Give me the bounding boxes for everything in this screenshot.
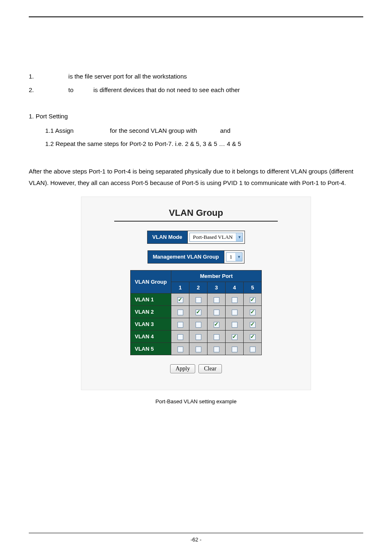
member-cell [208,318,226,330]
setup-line-1-lead: 1.1 Assign [45,127,74,134]
member-cell [244,330,262,342]
member-cell [226,318,244,330]
line-1-text: is the file server port for all the work… [68,73,187,80]
line-1-number: 1. [29,71,42,83]
member-checkbox[interactable] [214,297,219,303]
line-2-text: is different devices that do not need to… [93,86,240,93]
member-checkbox[interactable] [178,334,183,340]
member-cell [171,318,189,330]
member-checkbox[interactable] [214,334,219,340]
vlan-mode-row: VLAN Mode Port-Based VLAN ▼ [147,231,245,244]
member-cell [171,342,189,355]
member-cell [171,330,189,342]
member-cell [189,293,208,305]
member-checkbox[interactable] [178,310,183,315]
member-checkbox[interactable] [214,322,219,328]
setup-line-1-tail: and [220,127,231,134]
clear-button[interactable]: Clear [198,364,221,373]
row-header: VLAN 2 [131,305,171,318]
member-checkbox[interactable] [214,310,219,315]
chevron-down-icon: ▼ [235,253,242,261]
table-row: VLAN 4 [131,330,262,342]
setup-line-2: 1.2 Repeat the same steps for Port-2 to … [29,138,363,150]
member-checkbox[interactable] [250,322,256,328]
member-checkbox[interactable] [196,334,201,340]
setup-heading: 1. Port Setting [29,111,363,123]
setup-line-1: 1.1 Assign for the second VLAN group wit… [29,125,363,137]
member-cell [208,305,226,318]
member-cell [189,318,208,330]
member-checkbox[interactable] [178,297,183,303]
line-1: 1. is the file server port for all the w… [29,71,363,83]
footer-rule [29,533,363,533]
member-cell [171,293,189,305]
member-cell [189,305,208,318]
mgmt-vlan-select[interactable]: 1 ▼ [226,252,243,261]
member-checkbox[interactable] [196,322,201,328]
table-row: VLAN 5 [131,342,262,355]
line-2: 2. to is different devices that do not n… [29,84,363,96]
col-header-member: Member Port [171,270,262,282]
mgmt-vlan-label: Management VLAN Group [148,250,224,263]
member-checkbox[interactable] [250,297,256,303]
row-header: VLAN 5 [131,342,171,355]
top-rule [29,16,363,17]
table-row: VLAN 3 [131,318,262,330]
member-cell [171,305,189,318]
page-number: -62 - [191,536,202,543]
member-checkbox[interactable] [232,334,238,340]
member-checkbox[interactable] [178,347,183,352]
line-2-mid: to [68,86,74,93]
row-header: VLAN 1 [131,293,171,305]
member-checkbox[interactable] [196,310,201,315]
member-cell [226,293,244,305]
member-cell [226,305,244,318]
member-cell [226,330,244,342]
member-checkbox[interactable] [250,334,256,340]
paragraph: After the above steps Port-1 to Port-4 i… [29,166,363,189]
apply-button[interactable]: Apply [170,364,195,373]
col-header-port: 1 [171,282,189,293]
vlan-group-panel: VLAN Group VLAN Mode Port-Based VLAN ▼ M… [81,197,311,390]
member-checkbox[interactable] [178,322,183,328]
member-checkbox[interactable] [232,297,238,303]
member-cell [244,342,262,355]
member-cell [244,293,262,305]
member-cell [208,342,226,355]
member-cell [208,293,226,305]
member-cell [226,342,244,355]
member-checkbox[interactable] [196,347,201,352]
col-header-port: 3 [208,282,226,293]
member-checkbox[interactable] [232,310,238,315]
col-header-port: 4 [226,282,244,293]
col-header-port: 2 [189,282,208,293]
member-checkbox[interactable] [250,310,256,315]
table-row: VLAN 2 [131,305,262,318]
vlan-mode-label: VLAN Mode [147,231,187,243]
panel-title: VLAN Group [114,208,278,222]
vlan-member-table: VLAN Group Member Port 12345 VLAN 1VLAN … [130,270,262,355]
body-text-block: 1. is the file server port for all the w… [29,71,363,189]
member-cell [189,342,208,355]
member-checkbox[interactable] [232,322,238,328]
figure-caption: Port-Based VLAN setting example [29,398,363,405]
mgmt-vlan-row: Management VLAN Group 1 ▼ [148,250,245,264]
vlan-mode-select[interactable]: Port-Based VLAN ▼ [189,233,243,242]
member-cell [244,318,262,330]
col-header-port: 5 [244,282,262,293]
col-header-group: VLAN Group [131,270,171,293]
page-footer: -62 - [0,533,392,543]
member-checkbox[interactable] [196,297,201,303]
setup-line-1-mid: for the second VLAN group with [110,127,197,134]
line-2-number: 2. [29,84,42,96]
member-checkbox[interactable] [250,347,256,352]
member-checkbox[interactable] [232,347,238,352]
mgmt-vlan-value: 1 [226,254,236,260]
table-row: VLAN 1 [131,293,262,305]
member-cell [189,330,208,342]
member-checkbox[interactable] [214,347,219,352]
member-cell [244,305,262,318]
button-row: Apply Clear [90,364,302,373]
row-header: VLAN 3 [131,318,171,330]
member-cell [208,330,226,342]
